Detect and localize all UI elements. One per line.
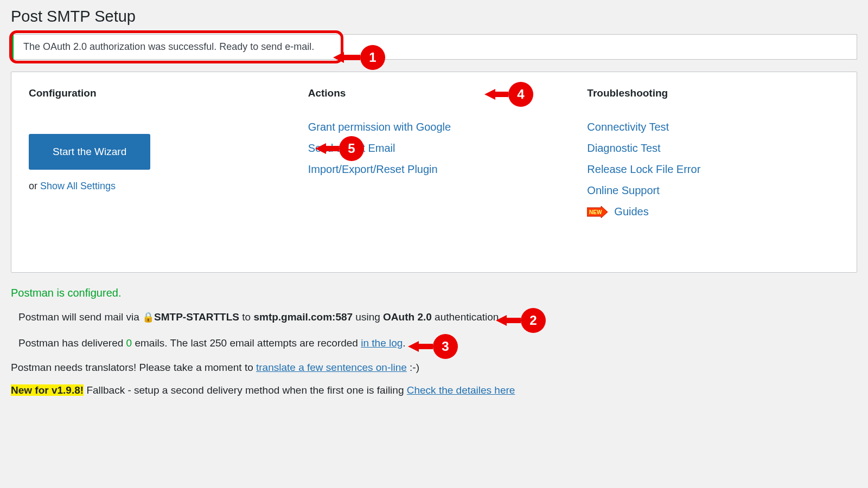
auth-method: OAuth 2.0 bbox=[383, 311, 432, 323]
or-show-all: or Show All Settings bbox=[29, 181, 281, 192]
grant-permission-link[interactable]: Grant permission with Google bbox=[308, 121, 560, 133]
check-details-link[interactable]: Check the detailes here bbox=[407, 384, 515, 396]
new-badge-icon: NEW bbox=[587, 206, 608, 218]
in-the-log-link[interactable]: in the log bbox=[361, 337, 403, 349]
status-details: Postman will send mail via 🔒SMTP-STARTTL… bbox=[18, 309, 857, 352]
new-version-highlight: New for v1.9.8! bbox=[11, 384, 84, 396]
delivered-prefix: Postman has delivered bbox=[18, 337, 126, 349]
using-text: using bbox=[353, 311, 383, 323]
lock-icon: 🔒 bbox=[142, 312, 154, 323]
translators-prefix: Postman needs translators! Please take a… bbox=[11, 362, 256, 373]
or-text: or bbox=[29, 181, 40, 191]
new-version-line: New for v1.9.8! Fallback - setup a secon… bbox=[11, 384, 857, 396]
online-support-link[interactable]: Online Support bbox=[587, 184, 839, 197]
guides-link[interactable]: Guides bbox=[614, 206, 648, 218]
translate-link[interactable]: translate a few sentences on-line bbox=[256, 362, 407, 373]
smtp-host: smtp.gmail.com:587 bbox=[253, 311, 353, 323]
import-export-reset-link[interactable]: Import/Export/Reset Plugin bbox=[308, 163, 560, 176]
page-title: Post SMTP Setup bbox=[11, 8, 857, 25]
release-lock-link[interactable]: Release Lock File Error bbox=[587, 163, 839, 176]
smtp-protocol: SMTP-STARTTLS bbox=[154, 311, 239, 323]
main-panel: Configuration Start the Wizard or Show A… bbox=[11, 72, 857, 273]
fallback-text: Fallback - setup a second delivery metho… bbox=[84, 384, 407, 396]
column-troubleshooting: Troubleshooting Connectivity Test Diagno… bbox=[587, 87, 839, 218]
notice-text: The OAuth 2.0 authorization was successf… bbox=[23, 41, 314, 52]
delivered-count: 0 bbox=[126, 337, 132, 349]
diagnostic-test-link[interactable]: Diagnostic Test bbox=[587, 142, 839, 155]
column-actions: Actions Grant permission with Google Sen… bbox=[308, 87, 560, 218]
configuration-heading: Configuration bbox=[29, 87, 281, 99]
translators-suffix: :-) bbox=[407, 362, 419, 373]
actions-heading: Actions bbox=[308, 87, 560, 99]
send-prefix: Postman will send mail via bbox=[18, 311, 142, 323]
auth-suffix: authentication. bbox=[432, 311, 502, 323]
send-mail-line: Postman will send mail via 🔒SMTP-STARTTL… bbox=[18, 309, 857, 325]
new-badge-text: NEW bbox=[589, 209, 602, 215]
success-notice: The OAuth 2.0 authorization was successf… bbox=[11, 34, 857, 60]
delivered-mid: emails. The last 250 email attempts are … bbox=[132, 337, 361, 349]
delivered-line: Postman has delivered 0 emails. The last… bbox=[18, 335, 857, 351]
send-test-email-link[interactable]: Send a Test Email bbox=[308, 142, 395, 155]
show-all-settings-link[interactable]: Show All Settings bbox=[40, 181, 116, 191]
troubleshooting-heading: Troubleshooting bbox=[587, 87, 839, 99]
column-configuration: Configuration Start the Wizard or Show A… bbox=[29, 87, 281, 218]
to-text: to bbox=[239, 311, 253, 323]
start-wizard-button[interactable]: Start the Wizard bbox=[29, 134, 150, 170]
translators-line: Postman needs translators! Please take a… bbox=[11, 362, 857, 374]
status-configured: Postman is configured. bbox=[11, 287, 857, 299]
delivered-suffix: . bbox=[403, 337, 405, 349]
connectivity-test-link[interactable]: Connectivity Test bbox=[587, 121, 839, 133]
